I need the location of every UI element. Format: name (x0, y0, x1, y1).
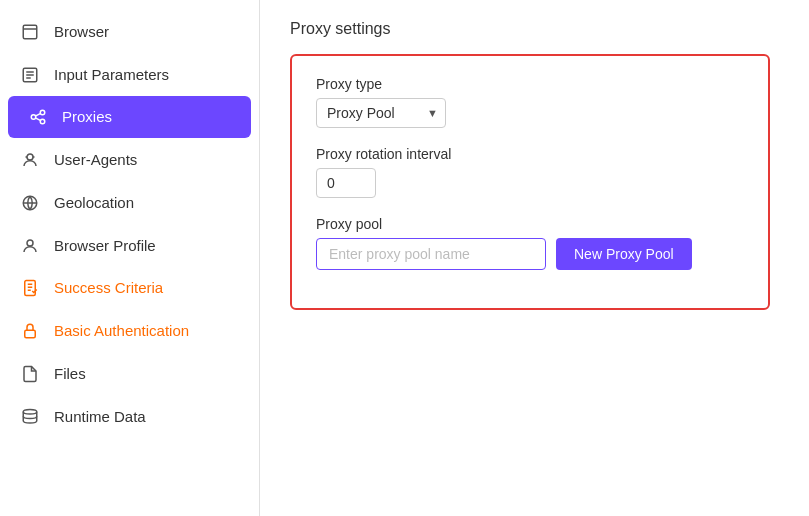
proxy-pool-row: New Proxy Pool (316, 238, 744, 270)
svg-point-6 (31, 115, 36, 120)
sidebar: Browser Input Parameters Proxies (0, 0, 260, 516)
browser-icon (20, 22, 40, 41)
svg-rect-0 (23, 25, 37, 39)
rotation-interval-input[interactable] (316, 168, 376, 198)
new-proxy-pool-button[interactable]: New Proxy Pool (556, 238, 692, 270)
sidebar-item-user-agents-label: User-Agents (54, 151, 137, 168)
rotation-interval-label: Proxy rotation interval (316, 146, 744, 162)
svg-point-8 (40, 120, 45, 125)
sidebar-item-success-criteria[interactable]: Success Criteria (0, 267, 259, 310)
sidebar-item-browser-profile[interactable]: Browser Profile (0, 224, 259, 267)
pool-name-input[interactable] (316, 238, 546, 270)
proxy-pool-field: Proxy pool New Proxy Pool (316, 216, 744, 270)
sidebar-item-browser-label: Browser (54, 23, 109, 40)
input-parameters-icon (20, 65, 40, 84)
proxy-type-select[interactable]: Proxy Pool Single Proxy No Proxy (316, 98, 446, 128)
proxies-icon (28, 108, 48, 127)
sidebar-item-runtime-data-label: Runtime Data (54, 408, 146, 425)
sidebar-item-runtime-data[interactable]: Runtime Data (0, 395, 259, 438)
page-title: Proxy settings (290, 20, 779, 38)
sidebar-item-success-criteria-label: Success Criteria (54, 279, 163, 296)
svg-point-16 (27, 240, 33, 246)
svg-rect-18 (25, 330, 36, 338)
svg-point-19 (23, 409, 37, 414)
sidebar-item-geolocation[interactable]: Geolocation (0, 181, 259, 224)
sidebar-item-files-label: Files (54, 365, 86, 382)
proxy-type-select-wrapper: Proxy Pool Single Proxy No Proxy ▼ (316, 98, 446, 128)
svg-line-9 (36, 114, 41, 116)
sidebar-item-browser[interactable]: Browser (0, 10, 259, 53)
sidebar-item-proxies-label: Proxies (62, 108, 112, 125)
svg-point-7 (40, 111, 45, 116)
proxy-settings-panel: Proxy type Proxy Pool Single Proxy No Pr… (290, 54, 770, 310)
sidebar-item-files[interactable]: Files (0, 352, 259, 395)
sidebar-item-input-parameters-label: Input Parameters (54, 66, 169, 83)
main-content: Proxy settings Proxy type Proxy Pool Sin… (260, 0, 809, 516)
svg-line-10 (36, 118, 41, 120)
rotation-interval-field: Proxy rotation interval (316, 146, 744, 198)
sidebar-item-basic-authentication[interactable]: Basic Authentication (0, 309, 259, 352)
sidebar-item-proxies[interactable]: Proxies (8, 96, 251, 139)
sidebar-item-input-parameters[interactable]: Input Parameters (0, 53, 259, 96)
geolocation-icon (20, 193, 40, 212)
sidebar-item-basic-auth-label: Basic Authentication (54, 322, 189, 339)
runtime-data-icon (20, 407, 40, 426)
files-icon (20, 364, 40, 383)
success-criteria-icon (20, 279, 40, 298)
svg-point-11 (27, 154, 33, 160)
browser-profile-icon (20, 236, 40, 255)
basic-auth-icon (20, 321, 40, 340)
proxy-type-field: Proxy type Proxy Pool Single Proxy No Pr… (316, 76, 744, 128)
user-agents-icon (20, 150, 40, 169)
sidebar-item-user-agents[interactable]: User-Agents (0, 138, 259, 181)
sidebar-item-browser-profile-label: Browser Profile (54, 237, 156, 254)
proxy-pool-label: Proxy pool (316, 216, 744, 232)
sidebar-item-geolocation-label: Geolocation (54, 194, 134, 211)
proxy-type-label: Proxy type (316, 76, 744, 92)
